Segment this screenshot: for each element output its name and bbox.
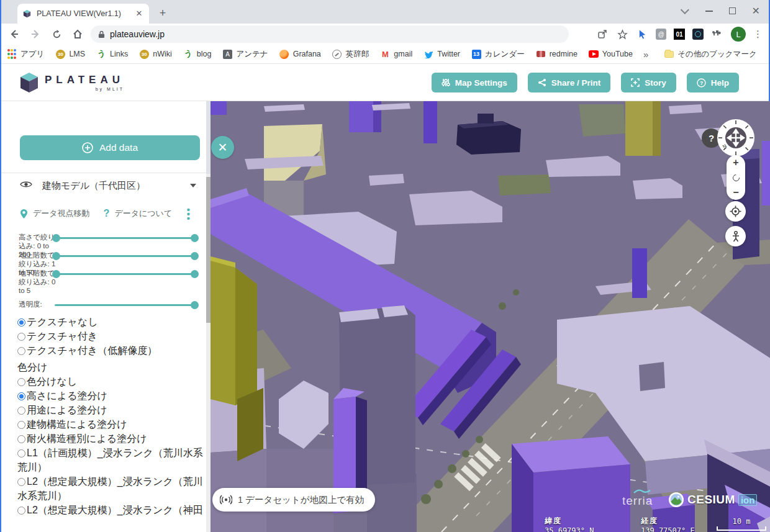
other-bookmarks-button[interactable]: その他のブックマーク	[658, 45, 762, 63]
window-close-icon[interactable]: ✕	[752, 5, 760, 17]
share-page-icon[interactable]	[596, 28, 609, 40]
map-settings-label: Map Settings	[455, 78, 507, 88]
bookmark-item-blog[interactable]: うblog	[178, 45, 217, 63]
collapse-workbench-button[interactable]: ✕	[211, 136, 234, 159]
atom-extension-icon[interactable]	[692, 29, 704, 40]
help-button[interactable]: ? Help	[687, 73, 739, 92]
badge-01-extension-icon[interactable]: 01	[674, 29, 685, 40]
bookmark-item-gmail[interactable]: Mgmail	[374, 45, 418, 63]
radio-color-by-usage[interactable]: 用途による塗分け	[17, 403, 204, 417]
puzzle-extensions-icon[interactable]	[711, 28, 723, 40]
radio-icon	[17, 435, 25, 443]
new-tab-button[interactable]: +	[155, 6, 170, 21]
radio-color-by-height[interactable]: 高さによる塗分け	[17, 389, 204, 403]
cursor-extension-icon[interactable]	[636, 28, 648, 40]
logo-text: PLATEAU	[45, 74, 124, 86]
address-bar[interactable]: plateauview.jp	[91, 25, 569, 43]
radio-label: 色分けなし	[27, 376, 77, 387]
doc-extension-icon[interactable]: @	[656, 29, 666, 40]
bookmark-item-youtube[interactable]: YouTube	[583, 45, 638, 63]
radio-flood-l2-kandagawa[interactable]: L2（想定最大規模）_浸水ランク（神田川	[17, 503, 204, 518]
bookmarks-overflow-icon[interactable]: »	[638, 49, 653, 60]
radio-flood-l1-arakawa[interactable]: L1（計画規模）_浸水ランク（荒川水系荒川）	[17, 446, 204, 474]
tab-strip: PLATEAU VIEW(Ver1.1) ✕ + ✕	[1, 0, 769, 24]
add-data-button[interactable]: Add data	[20, 135, 200, 160]
reset-view-icon[interactable]	[731, 173, 740, 182]
bookmark-item-eijiro[interactable]: 英辞郎	[327, 45, 375, 63]
radio-texture-lowres[interactable]: テクスチャ付き（低解像度）	[17, 343, 204, 358]
slider-track[interactable]	[55, 273, 196, 275]
map-settings-button[interactable]: Map Settings	[432, 73, 517, 92]
slider-handle-max[interactable]	[191, 270, 199, 278]
map-pin-icon	[20, 209, 28, 219]
add-data-label: Add data	[99, 142, 138, 153]
bookmark-item-grafana[interactable]: Grafana	[274, 45, 327, 63]
bookmark-item-calendar[interactable]: 13カレンダー	[466, 45, 530, 63]
terria-attribution[interactable]: terria	[622, 494, 653, 508]
radio-icon	[17, 507, 25, 515]
about-data-button[interactable]: ? データについて	[104, 208, 173, 219]
zoom-to-data-button[interactable]: データ視点移動	[20, 208, 90, 219]
tab-search-icon[interactable]	[680, 5, 689, 14]
radio-texture-none[interactable]: テクスチャなし	[17, 315, 204, 329]
slider-handle-max[interactable]	[191, 252, 199, 260]
radio-color-by-fireproof[interactable]: 耐火構造種別による塗分け	[17, 431, 204, 446]
other-bookmarks-label: その他のブックマーク	[677, 49, 756, 60]
bookmark-item-links[interactable]: うLinks	[91, 45, 134, 63]
zoom-out-button[interactable]: −	[733, 188, 738, 197]
bookmark-label: 英辞郎	[346, 49, 369, 60]
slider-track[interactable]	[55, 255, 196, 257]
longitude-readout: 経度 139.77507° E	[641, 516, 695, 532]
story-button[interactable]: Story	[621, 73, 676, 92]
radio-color-by-structure[interactable]: 建物構造による塗分け	[17, 417, 204, 431]
terria-label: terria	[622, 494, 653, 507]
slider-handle-max[interactable]	[191, 234, 199, 242]
geolocate-button[interactable]	[725, 201, 746, 222]
slider-handle-min[interactable]	[52, 234, 60, 242]
maximize-icon[interactable]	[729, 7, 736, 14]
scrollbar-thumb[interactable]	[206, 177, 211, 323]
back-icon[interactable]	[6, 26, 22, 42]
active-datasets-chip[interactable]: 1 データセットが地図上で有効	[212, 488, 375, 512]
zoom-in-button[interactable]: +	[733, 158, 738, 167]
slider-track[interactable]	[55, 237, 196, 239]
radio-icon	[17, 333, 25, 341]
bookmark-item-lms[interactable]: 30LMS	[50, 45, 91, 63]
bookmark-item-nwiki[interactable]: 30nWiki	[134, 45, 178, 63]
bookmark-item-apps[interactable]: アプリ	[1, 45, 50, 63]
visibility-eye-icon[interactable]	[20, 180, 32, 191]
slider-handle-min[interactable]	[52, 252, 60, 260]
bookmark-label: gmail	[394, 50, 412, 58]
profile-avatar[interactable]: L	[731, 27, 746, 42]
reload-icon[interactable]	[48, 26, 65, 42]
dataset-menu-icon[interactable]: •••	[187, 207, 190, 220]
bookmark-item-twitter[interactable]: Twitter	[418, 45, 466, 63]
bookmark-label: YouTube	[602, 50, 633, 58]
forward-icon[interactable]	[27, 26, 43, 42]
home-icon[interactable]	[70, 26, 86, 42]
cesium-attribution[interactable]: CESIUM ion	[668, 492, 757, 508]
slider-track[interactable]	[55, 304, 196, 306]
compass-control[interactable]: N	[717, 119, 755, 157]
map-canvas[interactable]	[211, 101, 770, 532]
bookmark-item-antenna[interactable]: Aアンテナ	[217, 45, 273, 63]
browser-tab[interactable]: PLATEAU VIEW(Ver1.1) ✕	[17, 4, 149, 24]
pedestrian-mode-button[interactable]	[725, 226, 746, 246]
opacity-label: 透明度:	[19, 300, 58, 309]
bookmark-star-icon[interactable]	[616, 28, 628, 40]
collapse-caret-icon[interactable]	[190, 184, 196, 187]
logo-subtext: by MLIT	[45, 87, 124, 91]
reading-list-button[interactable]: リーディング リスト	[768, 45, 770, 63]
radio-texture-on[interactable]: テクスチャ付き	[17, 329, 204, 343]
slider-handle-min[interactable]	[52, 270, 60, 278]
tab-close-icon[interactable]: ✕	[134, 9, 144, 19]
radio-color-none[interactable]: 色分けなし	[17, 374, 204, 389]
browser-menu-icon[interactable]: ⋮	[753, 29, 763, 40]
longitude-value: 139.77507° E	[641, 526, 695, 532]
bookmark-item-redmine[interactable]: redmine	[530, 45, 583, 63]
share-print-button[interactable]: Share / Print	[528, 73, 611, 92]
sidebar-scrollbar[interactable]	[206, 174, 211, 532]
minimize-icon[interactable]	[705, 11, 713, 12]
slider-handle[interactable]	[191, 301, 199, 309]
radio-flood-l2-arakawa[interactable]: L2（想定最大規模）_浸水ランク（荒川水系荒川）	[17, 474, 204, 503]
